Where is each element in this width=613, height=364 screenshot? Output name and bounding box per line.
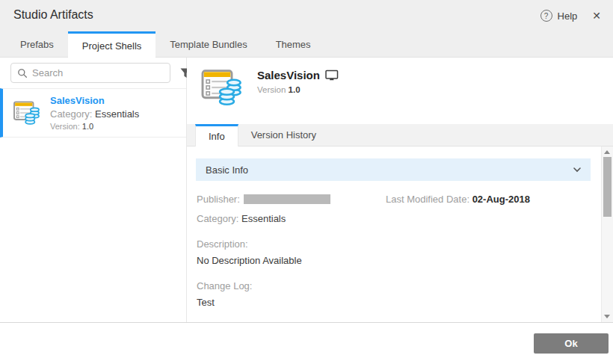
basic-info-accordion[interactable]: Basic Info (196, 158, 591, 181)
publisher-row: Publisher: Last Modified Date: 02-Aug-20… (197, 194, 591, 205)
list-item-name: SalesVision (50, 95, 139, 106)
scroll-down-arrow-icon[interactable] (604, 315, 610, 318)
list-item-text: SalesVision Category: Essentials Version… (50, 95, 139, 131)
sidebar: SalesVision Category: Essentials Version… (0, 58, 187, 322)
last-modified-value: 02-Aug-2018 (472, 194, 530, 205)
vertical-scrollbar[interactable] (601, 146, 613, 322)
search-icon (17, 68, 28, 78)
category-field: Category: Essentials (197, 213, 591, 224)
artifact-title: SalesVision (257, 69, 320, 81)
header-actions: ? Help ✕ (540, 0, 601, 31)
tab-info[interactable]: Info (195, 124, 238, 146)
tab-version-history[interactable]: Version History (238, 124, 329, 146)
page-title: Studio Artifacts (13, 8, 93, 22)
publisher-label: Publisher: (197, 194, 240, 205)
artifact-thumbnail-icon (13, 100, 41, 126)
search-box[interactable] (10, 63, 170, 83)
tab-project-shells[interactable]: Project Shells (68, 31, 155, 58)
description-label: Description: (197, 238, 591, 250)
close-icon[interactable]: ✕ (592, 10, 601, 21)
list-item-version: Version: 1.0 (50, 122, 139, 131)
help-icon[interactable]: ? (540, 10, 552, 22)
last-modified-label: Last Modified Date: (386, 194, 469, 205)
main-tab-bar: Prefabs Project Shells Template Bundles … (0, 31, 613, 58)
ok-button[interactable]: Ok (534, 333, 609, 354)
window-header: Studio Artifacts ? Help ✕ (0, 0, 613, 31)
scrollbar-thumb[interactable] (603, 157, 612, 217)
artifact-large-icon (200, 68, 244, 110)
artifact-title-row: SalesVision (257, 69, 339, 81)
detail-version-label: Version (257, 85, 286, 94)
list-item-category: Category: Essentials (50, 108, 139, 120)
detail-panel: SalesVision Version 1.0 Info Version (187, 58, 613, 322)
publisher-field: Publisher: (197, 194, 386, 205)
detail-tab-bar: Info Version History (187, 124, 613, 146)
monitor-icon (325, 70, 339, 81)
change-log-value: Test (197, 297, 591, 308)
artifact-version-row: Version 1.0 (257, 85, 339, 94)
detail-category-value: Essentials (241, 213, 286, 224)
category-value: Essentials (95, 108, 139, 120)
version-value: 1.0 (82, 122, 93, 131)
category-label: Category: (50, 108, 92, 120)
scroll-up-arrow-icon[interactable] (604, 150, 610, 154)
basic-info-header-label: Basic Info (206, 164, 248, 176)
publisher-value-redacted (244, 194, 330, 204)
basic-info-fields: Publisher: Last Modified Date: 02-Aug-20… (197, 194, 591, 322)
last-modified-field: Last Modified Date: 02-Aug-2018 (386, 194, 530, 205)
studio-artifacts-dialog: Studio Artifacts ? Help ✕ Prefabs Projec… (0, 0, 613, 364)
app-body: SalesVision Category: Essentials Version… (0, 58, 613, 322)
description-value: No Description Available (197, 255, 591, 266)
footer-bar: Ok (0, 322, 613, 364)
artifact-header: SalesVision Version 1.0 (257, 69, 339, 94)
detail-category-label: Category: (197, 213, 238, 224)
info-tab-content: Basic Info Publisher: Last Modified Date (187, 146, 600, 322)
tab-prefabs[interactable]: Prefabs (6, 31, 68, 57)
change-log-label: Change Log: (197, 280, 591, 291)
detail-version-value: 1.0 (289, 85, 301, 94)
search-row (10, 63, 179, 83)
version-label: Version: (50, 122, 80, 131)
list-item-salesvision[interactable]: SalesVision Category: Essentials Version… (0, 88, 186, 138)
search-input[interactable] (32, 67, 164, 78)
tab-themes[interactable]: Themes (262, 31, 325, 57)
chevron-down-icon[interactable] (573, 167, 581, 173)
help-button[interactable]: Help (558, 10, 578, 22)
tab-template-bundles[interactable]: Template Bundles (155, 31, 261, 57)
